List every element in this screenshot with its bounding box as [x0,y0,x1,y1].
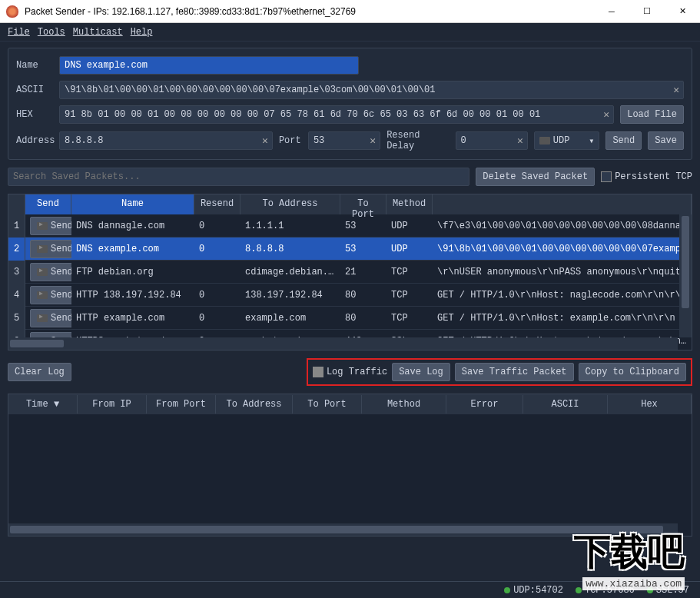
cell-port: 53 [340,244,386,254]
maximize-button[interactable]: ☐ [629,0,665,23]
log-th-toaddr[interactable]: To Address [216,395,293,414]
log-th-fromport[interactable]: From Port [147,395,216,414]
persistent-tcp-label[interactable]: Persistent TCP [601,171,692,182]
row-number: 4 [8,284,25,307]
resend-clear-icon[interactable]: ✕ [517,135,523,147]
cell-addr: example.com [241,313,340,324]
persistent-tcp-checkbox[interactable] [601,171,612,182]
menu-file[interactable]: File [5,25,33,39]
watermark-url: www.xiazaiba.com [582,577,685,590]
highlighted-controls: Log Traffic Save Log Save Traffic Packet… [307,358,692,386]
save-log-button[interactable]: Save Log [392,363,450,381]
th-name[interactable]: Name [71,194,194,214]
cell-name: DNS dannagle.com [71,221,194,231]
row-send-button[interactable]: Send [30,309,71,327]
send-icon [37,245,48,253]
th-send[interactable]: Send [25,194,71,214]
cell-addr: 1.1.1.1 [241,221,340,231]
cell-resend: 0 [194,221,241,231]
table-hscroll[interactable] [8,337,678,350]
row-send-button[interactable]: Send [30,240,71,258]
cell-port: 53 [340,221,386,231]
chevron-down-icon: ▾ [589,135,594,147]
send-icon [37,268,48,276]
watermark-text: 下载吧 [574,527,685,576]
table-row[interactable]: 1SendDNS dannagle.com01.1.1.153UDP\f7\e3… [8,214,692,238]
save-traffic-button[interactable]: Save Traffic Packet [455,363,574,381]
cell-name: DNS example.com [71,244,194,254]
menu-multicast[interactable]: Multicast [70,25,126,39]
menu-help[interactable]: Help [128,25,156,39]
saved-packets-table: Send Name Resend To Address To Port Meth… [8,194,692,350]
app-icon [6,5,18,18]
log-traffic-label[interactable]: Log Traffic [313,367,387,377]
cell-port: 21 [340,267,386,277]
row-number: 1 [8,214,25,238]
table-row[interactable]: 5SendHTTP example.com0example.com80TCPGE… [8,307,692,330]
copy-clipboard-button[interactable]: Copy to Clipboard [579,363,686,381]
log-th-hex[interactable]: Hex [608,395,692,414]
table-corner [8,194,25,214]
th-data[interactable] [433,194,692,214]
th-method[interactable]: Method [386,194,433,214]
protocol-value: UDP [553,135,570,146]
cell-data: \r\nUSER anonymous\r\nPASS anonymous\r\n… [433,267,692,277]
search-input[interactable] [8,168,469,186]
table-row[interactable]: 4SendHTTP 138.197.192.840138.197.192.848… [8,284,692,307]
menu-bar: File Tools Multicast Help [0,23,700,42]
ascii-clear-icon[interactable]: ✕ [673,84,679,96]
clear-log-button[interactable]: Clear Log [8,363,71,381]
log-th-error[interactable]: Error [446,395,523,414]
cell-addr: cdimage.debian.org [241,267,340,277]
send-icon [37,222,48,230]
address-label: Address [16,135,53,146]
table-row[interactable]: 3SendFTP debian.orgcdimage.debian.org21T… [8,261,692,284]
address-input[interactable] [59,131,273,150]
cell-resend: 0 [194,290,241,301]
cell-resend: 0 [194,244,241,254]
save-button[interactable]: Save [648,131,684,150]
log-th-toport[interactable]: To Port [293,395,362,414]
log-th-ascii[interactable]: ASCII [523,395,608,414]
th-toaddr[interactable]: To Address [241,194,340,214]
row-send-button[interactable]: Send [30,217,71,235]
log-traffic-checkbox[interactable] [313,367,323,377]
row-number: 5 [8,307,25,330]
name-input[interactable] [59,56,359,75]
log-th-fromip[interactable]: From IP [78,395,147,414]
row-send-button[interactable]: Send [30,263,71,281]
cell-port: 80 [340,290,386,301]
delete-packet-button[interactable]: Delete Saved Packet [476,168,595,186]
cell-method: UDP [386,244,433,254]
cell-data: \f7\e3\01\00\00\01\00\00\00\00\00\00\08d… [433,221,692,231]
cell-port: 80 [340,313,386,324]
send-button[interactable]: Send [605,131,642,150]
ascii-input[interactable] [59,81,684,99]
hex-label: HEX [16,109,53,120]
th-resend[interactable]: Resend [194,194,241,214]
address-clear-icon[interactable]: ✕ [262,135,268,147]
load-file-button[interactable]: Load File [620,105,684,124]
row-send-button[interactable]: Send [30,286,71,304]
table-vscroll[interactable] [679,214,692,337]
send-icon [37,291,48,299]
resend-label: Resend Delay [386,130,449,151]
th-toport[interactable]: To Port [340,194,386,214]
cell-method: TCP [386,267,433,277]
log-th-time[interactable]: Time ▼ [8,395,78,414]
log-th-method[interactable]: Method [362,395,446,414]
status-udp[interactable]: UDP:54702 [499,585,568,596]
window-title: Packet Sender - IPs: 192.168.1.127, fe80… [25,6,594,17]
port-clear-icon[interactable]: ✕ [370,135,376,147]
hex-input[interactable] [59,105,614,124]
hex-clear-icon[interactable]: ✕ [603,108,609,121]
protocol-select[interactable]: UDP ▾ [534,131,600,150]
packet-form-panel: Name ASCII ✕ HEX ✕ Load File Address ✕ P [8,48,692,160]
close-button[interactable]: ✕ [665,0,700,23]
minimize-button[interactable]: ─ [594,0,629,23]
table-row[interactable]: 2SendDNS example.com08.8.8.853UDP\91\8b\… [8,238,692,261]
cell-data: GET / HTTP/1.0\r\nHost: naglecode.com\r\… [433,290,692,301]
protocol-icon [539,137,550,145]
menu-tools[interactable]: Tools [35,25,68,39]
cell-data: GET / HTTP/1.0\r\nHost: example.com\r\n\… [433,313,692,324]
